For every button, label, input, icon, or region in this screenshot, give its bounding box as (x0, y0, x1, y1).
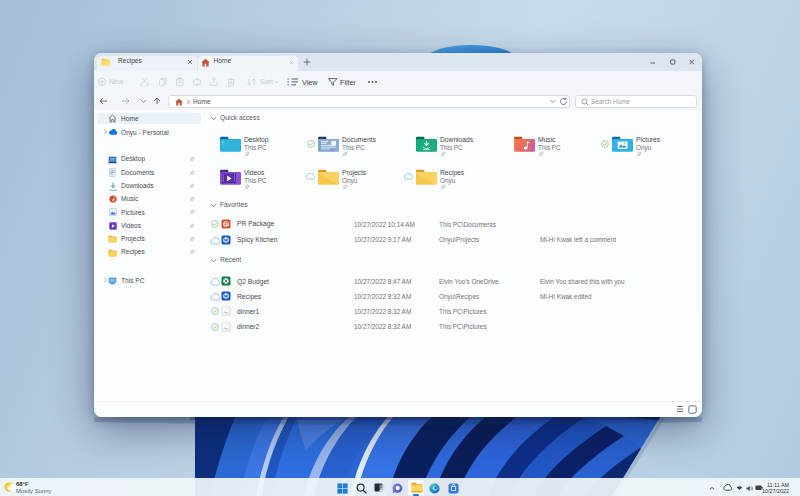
svg-text:View: View (302, 78, 318, 87)
svg-text:Filter: Filter (340, 78, 357, 87)
svg-text:Sort: Sort (260, 78, 273, 85)
svg-text:New: New (109, 78, 124, 85)
